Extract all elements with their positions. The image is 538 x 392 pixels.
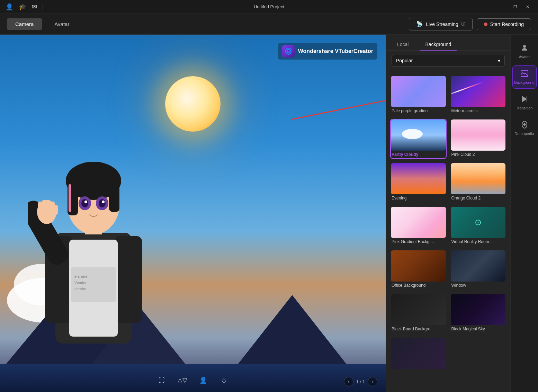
svg-rect-22 — [38, 202, 42, 214]
canvas-controls: ⛶ △▽ 👤 ◇ — [155, 374, 230, 386]
moon-element — [165, 76, 221, 132]
panel-tabs: Local Background — [386, 35, 510, 51]
svg-rect-8 — [85, 214, 102, 234]
svg-point-9 — [68, 176, 119, 234]
background-item-pink-cloud-2[interactable]: Pink Cloud 2 — [450, 119, 506, 159]
live-streaming-label: Live Streaming — [426, 21, 458, 27]
sidebar-item-avatar[interactable]: Avatar — [512, 40, 537, 63]
background-thumbnail-window — [451, 250, 506, 282]
background-thumbnail-pale-purple — [391, 76, 446, 107]
background-item-black-magical[interactable]: Black Magical Sky — [450, 293, 506, 333]
demopedia-nav-label: Demopedia — [514, 132, 534, 136]
svg-point-15 — [96, 196, 108, 210]
background-thumbnail-extra1 — [391, 338, 446, 369]
background-label-pink-cloud-2: Pink Cloud 2 — [451, 151, 506, 158]
svg-rect-23 — [42, 200, 46, 214]
background-label-blackboard: Black Board Backgro... — [391, 325, 446, 333]
filter-dropdown[interactable]: Popular ▾ — [392, 55, 505, 66]
live-streaming-button[interactable]: 📡 Live Streaming ⓘ — [409, 18, 472, 30]
canvas-area: ershare Vonder dershe — [0, 35, 386, 392]
background-label-orange-cloud-2: Orange Cloud 2 — [451, 194, 506, 202]
background-item-evening[interactable]: Evening — [390, 162, 447, 203]
mail-icon[interactable]: ✉ — [32, 3, 37, 11]
background-label-office-bg: Office Background — [391, 282, 446, 289]
start-recording-label: Start Recording — [490, 21, 524, 27]
window-title: Untitled Project — [254, 4, 284, 9]
minimize-button[interactable]: — — [498, 2, 508, 12]
toolbar: Camera Avatar 📡 Live Streaming ⓘ Start R… — [0, 14, 538, 35]
next-page-button[interactable]: › — [368, 377, 377, 386]
titlebar: 👤 🎓 ✉ Untitled Project — ❐ ✕ — [0, 0, 538, 14]
background-thumbnail-pink-cloud-2 — [451, 119, 506, 151]
close-button[interactable]: ✕ — [523, 2, 532, 12]
background-label-vr-room: Virtual Reality Room ... — [451, 238, 506, 246]
start-recording-button[interactable]: Start Recording — [477, 18, 531, 30]
background-label-meteor: Meteor across — [451, 107, 506, 115]
svg-rect-24 — [47, 200, 50, 214]
background-thumbnail-orange-cloud-2 — [451, 163, 506, 194]
background-thumbnail-vr-room — [451, 207, 506, 238]
background-thumbnail-black-magical — [451, 294, 506, 325]
background-thumbnail-meteor — [451, 76, 506, 107]
diamond-icon[interactable]: ◇ — [218, 374, 230, 386]
avatar-icon — [520, 44, 529, 53]
background-label-extra1 — [391, 369, 446, 372]
background-item-blackboard[interactable]: Black Board Backgro... — [390, 293, 447, 333]
background-item-orange-cloud-2[interactable]: Orange Cloud 2 — [450, 162, 506, 203]
svg-point-16 — [81, 199, 88, 207]
background-thumbnail-evening — [391, 163, 446, 194]
selection-arrow — [291, 92, 386, 123]
transition-nav-label: Transition — [516, 106, 533, 110]
avatar-select-icon[interactable]: 👤 — [197, 374, 209, 386]
window-controls: — ❐ ✕ — [498, 2, 532, 12]
background-thumbnail-office-bg — [391, 250, 446, 282]
expand-icon[interactable]: ⛶ — [155, 374, 168, 386]
profile-icon[interactable]: 👤 — [6, 3, 13, 11]
background-icon — [520, 69, 529, 79]
svg-rect-12 — [109, 181, 119, 212]
background-thumbnail-partly-cloudy — [391, 119, 446, 151]
background-item-partly-cloudy[interactable]: Partly Cloudy — [390, 119, 447, 159]
svg-point-17 — [99, 199, 106, 207]
svg-point-29 — [523, 45, 526, 48]
transition-icon — [520, 95, 529, 105]
svg-rect-25 — [51, 202, 55, 214]
background-label-window: Window — [451, 282, 506, 289]
page-current: 1 / 1 — [356, 379, 365, 384]
background-label-pale-purple: Pale purple gradient — [391, 107, 446, 115]
demopedia-icon — [520, 121, 529, 130]
background-item-pink-gradient[interactable]: Pink Gradient Backgr... — [390, 206, 447, 246]
watermark: 🌀 Wondershare VTuberCreator — [278, 43, 377, 60]
maximize-button[interactable]: ❐ — [510, 2, 520, 12]
sidebar-item-demopedia[interactable]: Demopedia — [512, 117, 537, 140]
prev-page-button[interactable]: ‹ — [344, 377, 353, 386]
svg-point-19 — [102, 201, 105, 203]
page-number: 1 / 1 — [356, 379, 365, 384]
brand-logo-icon: 🌀 — [282, 45, 295, 57]
graduation-icon[interactable]: 🎓 — [19, 3, 26, 11]
background-item-vr-room[interactable]: Virtual Reality Room ... — [450, 206, 506, 246]
background-label-black-magical: Black Magical Sky — [451, 325, 506, 333]
filter-row: Popular ▾ — [386, 51, 510, 71]
camera-tab-button[interactable]: Camera — [7, 18, 42, 30]
filter-label: Popular — [396, 58, 413, 63]
background-nav-label: Background — [514, 80, 535, 85]
background-grid: Pale purple gradientMeteor acrossPartly … — [386, 71, 510, 392]
page-indicator: ‹ 1 / 1 › — [344, 377, 377, 386]
sidebar-item-background[interactable]: Background — [512, 65, 537, 89]
background-item-meteor[interactable]: Meteor across — [450, 75, 506, 115]
scene-settings-icon[interactable]: △▽ — [176, 374, 189, 386]
sidebar-item-transition[interactable]: Transition — [512, 91, 537, 114]
dropdown-chevron-icon: ▾ — [498, 58, 500, 63]
background-label-partly-cloudy: Partly Cloudy — [391, 151, 446, 158]
background-item-office-bg[interactable]: Office Background — [390, 250, 447, 290]
tab-background[interactable]: Background — [420, 39, 457, 51]
avatar-tab-button[interactable]: Avatar — [46, 18, 78, 30]
background-item-pale-purple[interactable]: Pale purple gradient — [390, 75, 447, 115]
record-dot-icon — [484, 23, 487, 26]
background-item-extra1[interactable] — [390, 337, 447, 372]
svg-point-18 — [84, 201, 87, 203]
background-item-window[interactable]: Window — [450, 250, 506, 290]
svg-point-10 — [66, 162, 121, 200]
tab-local[interactable]: Local — [392, 39, 414, 51]
